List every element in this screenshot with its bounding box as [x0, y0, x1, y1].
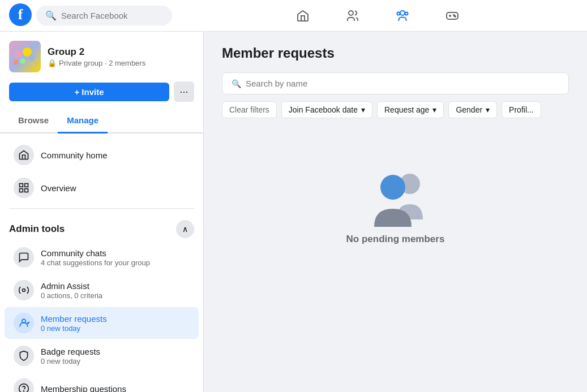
more-options-button[interactable]: ··· — [174, 81, 194, 102]
group-info: Group 2 🔒 Private group · 2 members — [48, 46, 194, 67]
name-search-bar[interactable]: 🔍 — [222, 72, 569, 94]
gaming-nav-button[interactable] — [439, 2, 466, 29]
svg-point-25 — [380, 175, 405, 200]
member-requests-text: Member requests 0 new today — [41, 314, 190, 333]
badge-icon — [14, 346, 34, 366]
svg-point-13 — [14, 60, 18, 64]
svg-point-9 — [14, 50, 22, 58]
more-dots-icon: ··· — [179, 86, 188, 98]
search-icon: 🔍 — [232, 79, 241, 88]
sidebar-item-community-chats[interactable]: Community chats 4 chat suggestions for y… — [5, 242, 199, 273]
svg-point-5 — [397, 12, 400, 15]
search-input[interactable] — [61, 11, 163, 20]
svg-point-8 — [455, 16, 456, 17]
sidebar-item-membership-questions[interactable]: Membership questions — [5, 373, 199, 392]
chat-icon — [14, 247, 34, 268]
admin-assist-text: Admin Assist 0 actions, 0 criteria — [41, 281, 190, 300]
gender-filter[interactable]: Gender ▾ — [448, 101, 497, 118]
sidebar-item-admin-assist[interactable]: Admin Assist 0 actions, 0 criteria — [5, 274, 199, 306]
svg-rect-15 — [25, 184, 28, 187]
sidebar-menu: Community home Overview — [0, 133, 203, 392]
group-meta: 🔒 Private group · 2 members — [48, 59, 194, 67]
svg-point-12 — [20, 58, 25, 64]
tab-browse[interactable]: Browse — [9, 109, 58, 133]
svg-point-11 — [28, 54, 35, 61]
groups-nav-button[interactable] — [389, 2, 416, 29]
svg-point-2 — [349, 11, 353, 15]
nav-icons — [177, 2, 578, 29]
filters-row: Clear filters Join Facebook date ▾ Reque… — [222, 101, 569, 118]
tab-manage[interactable]: Manage — [58, 109, 108, 133]
group-name: Group 2 — [48, 46, 194, 58]
tabs: Browse Manage — [0, 109, 203, 133]
divider — [9, 208, 194, 209]
sidebar-item-badge-requests[interactable]: Badge requests 0 new today — [5, 340, 199, 372]
invite-row: + Invite ··· — [0, 81, 203, 109]
sidebar-item-member-requests[interactable]: Member requests 0 new today — [5, 307, 199, 339]
community-chats-text: Community chats 4 chat suggestions for y… — [41, 248, 190, 267]
search-icon: 🔍 — [45, 10, 57, 21]
collapse-button[interactable]: ∧ — [176, 220, 194, 238]
top-navigation: f 🔍 — [0, 0, 587, 32]
name-search-input[interactable] — [246, 79, 559, 88]
main-layout: Group 2 🔒 Private group · 2 members + In… — [0, 32, 587, 392]
dropdown-arrow-icon: ▾ — [361, 105, 365, 114]
member-requests-icon — [14, 313, 34, 333]
overview-label: Overview — [41, 183, 190, 193]
community-home-label: Community home — [41, 150, 190, 160]
join-facebook-date-filter[interactable]: Join Facebook date ▾ — [281, 101, 372, 118]
svg-point-3 — [400, 11, 405, 15]
group-avatar — [9, 41, 41, 72]
admin-tools-section: Admin tools ∧ — [0, 213, 203, 240]
svg-point-4 — [405, 12, 408, 15]
dropdown-arrow-icon-2: ▾ — [432, 105, 436, 114]
badge-requests-text: Badge requests 0 new today — [41, 347, 190, 365]
membership-questions-text: Membership questions — [41, 384, 190, 393]
main-content: Member requests 🔍 Clear filters Join Fac… — [204, 32, 587, 392]
lock-icon: 🔒 — [48, 59, 57, 67]
page-title: Member requests — [222, 45, 569, 61]
sidebar: Group 2 🔒 Private group · 2 members + In… — [0, 32, 204, 392]
svg-rect-6 — [447, 12, 458, 19]
friends-nav-button[interactable] — [339, 2, 366, 29]
home-icon — [14, 145, 34, 165]
clear-filters-button[interactable]: Clear filters — [222, 101, 277, 118]
home-nav-button[interactable] — [289, 2, 316, 29]
svg-rect-16 — [20, 189, 23, 192]
search-bar[interactable]: 🔍 — [36, 6, 172, 25]
facebook-logo[interactable]: f — [9, 3, 32, 28]
no-pending-members-text: No pending members — [346, 234, 445, 245]
profile-filter[interactable]: Profil... — [502, 101, 541, 118]
svg-text:f: f — [18, 6, 23, 23]
overview-icon — [14, 178, 34, 198]
admin-tools-label: Admin tools — [9, 223, 65, 235]
admin-assist-icon — [14, 280, 34, 300]
svg-rect-17 — [25, 189, 28, 192]
sidebar-item-overview[interactable]: Overview — [5, 172, 199, 204]
chevron-up-icon: ∧ — [182, 225, 188, 234]
group-header: Group 2 🔒 Private group · 2 members — [0, 32, 203, 81]
svg-point-18 — [23, 289, 25, 292]
request-age-filter[interactable]: Request age ▾ — [377, 101, 444, 118]
svg-rect-14 — [20, 184, 23, 187]
sidebar-item-community-home[interactable]: Community home — [5, 139, 199, 171]
invite-button[interactable]: + Invite — [9, 83, 169, 101]
questions-icon — [14, 378, 34, 392]
empty-state: No pending members — [222, 132, 569, 279]
dropdown-arrow-icon-3: ▾ — [486, 105, 490, 114]
empty-state-illustration — [362, 166, 430, 222]
